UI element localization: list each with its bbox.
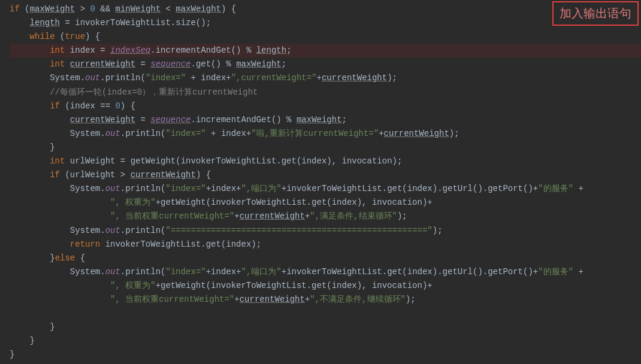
code-token: (index == (60, 101, 115, 111)
code-token: if (50, 101, 60, 111)
code-token: ); (433, 226, 443, 235)
code-line[interactable]: System.out.println("index=" + index+"啦,重… (10, 127, 641, 141)
code-token: out (105, 226, 120, 235)
code-token: ", 当前权重currentWeight=" (110, 295, 234, 304)
code-line[interactable]: int index = indexSeq.incrementAndGet() %… (10, 44, 641, 57)
code-token: && (95, 4, 116, 14)
code-token: +index+ (206, 267, 241, 277)
code-token: sequence (150, 59, 191, 69)
code-token: maxWeight (236, 59, 282, 69)
code-token: + (379, 129, 383, 138)
code-token: .println( (120, 129, 166, 138)
code-line[interactable]: } (10, 141, 641, 154)
code-token: .incrementAndGet() % (150, 46, 256, 55)
code-token: index = (65, 46, 110, 55)
annotation-label: 加入输出语句 (552, 1, 639, 26)
code-token: "的服务" (538, 184, 573, 193)
code-token: System. (70, 267, 105, 277)
code-token: currentWeight (240, 211, 305, 221)
code-token: int (50, 156, 65, 166)
code-token: } (10, 350, 14, 359)
code-editor[interactable]: if (maxWeight > 0 && minWeight < maxWeig… (0, 0, 641, 362)
code-line[interactable]: //每循环一轮(index=0），重新计算currentWeight (10, 86, 641, 99)
code-token: currentWeight (70, 115, 135, 125)
code-line[interactable]: if (maxWeight > 0 && minWeight < maxWeig… (10, 2, 641, 16)
code-line[interactable]: if (urlWeight > currentWeight) { (10, 168, 641, 182)
code-token: +invokerToWeightList.get(index).getUrl()… (282, 267, 538, 277)
code-token: ; (286, 46, 291, 55)
code-token: ) { (85, 32, 100, 41)
code-token: = (135, 115, 150, 125)
code-token: minWeight (115, 4, 161, 14)
code-token: "=======================================… (165, 226, 432, 235)
code-line[interactable]: length = invokerToWeightList.size(); (10, 16, 641, 30)
code-token: (urlWeight > (60, 170, 131, 180)
code-token: return (70, 239, 100, 249)
code-token: maxWeight (176, 4, 221, 14)
code-token: currentWeight (384, 129, 449, 138)
code-token: + (573, 267, 583, 277)
code-line[interactable]: System.out.println("index="+index+",端口为"… (10, 265, 641, 279)
code-token: int (50, 46, 65, 55)
code-line[interactable]: ", 权重为"+getWeight(invokerToWeightList.ge… (10, 196, 641, 210)
code-token: ",端口为" (241, 267, 282, 277)
code-token: } (30, 336, 35, 345)
code-token: ; (282, 59, 286, 69)
code-token: maxWeight (297, 115, 342, 125)
code-token: + (234, 211, 239, 221)
code-line[interactable]: int currentWeight = sequence.get() % max… (10, 57, 641, 71)
code-line[interactable]: } (10, 348, 641, 362)
code-token: "index=" (165, 267, 205, 277)
code-line[interactable]: ", 当前权重currentWeight="+currentWeight+",不… (10, 293, 641, 307)
code-token: currentWeight (70, 59, 135, 69)
code-token: while (30, 32, 55, 41)
code-token: } (50, 142, 55, 152)
code-token: sequence (150, 115, 191, 125)
code-line[interactable]: currentWeight = sequence.incrementAndGet… (10, 113, 641, 127)
code-line[interactable]: int urlWeight = getWeight(invokerToWeigh… (10, 154, 641, 168)
code-line[interactable] (10, 307, 641, 320)
code-token: true (65, 32, 85, 41)
code-line[interactable]: System.out.println("====================… (10, 224, 641, 238)
code-token: if (10, 4, 20, 14)
code-token: length (30, 18, 60, 28)
code-token: 0 (115, 101, 120, 111)
code-token: currentWeight (131, 170, 196, 180)
code-token: > (75, 4, 90, 14)
code-token: //每循环一轮(index=0），重新计算currentWeight (50, 87, 258, 97)
code-line[interactable]: } (10, 320, 641, 334)
code-token: .println( (120, 184, 166, 193)
code-token: .get() % (191, 59, 237, 69)
code-line[interactable]: System.out.println("index=" + index+",cu… (10, 71, 641, 85)
code-token: length (256, 46, 286, 55)
code-token: .println( (100, 73, 146, 83)
code-token: ",不满足条件,继续循环" (310, 295, 406, 304)
code-token: System. (70, 129, 105, 138)
code-token: } (50, 253, 55, 263)
code-token: ",满足条件,结束循环" (310, 211, 397, 221)
code-token: out (85, 73, 100, 83)
code-token: + (573, 184, 583, 193)
code-line[interactable]: }else { (10, 251, 641, 265)
code-line[interactable]: System.out.println("index="+index+",端口为"… (10, 182, 641, 196)
code-line[interactable]: while (true) { (10, 30, 641, 44)
code-line[interactable]: if (index == 0) { (10, 99, 641, 113)
code-token: currentWeight (240, 295, 305, 304)
code-line[interactable]: return invokerToWeightList.get(index); (10, 238, 641, 251)
code-token: + (234, 295, 239, 304)
code-token: ",端口为" (241, 184, 282, 193)
annotation-text: 加入输出语句 (560, 7, 631, 20)
code-token: ( (55, 32, 65, 41)
code-token: maxWeight (30, 4, 75, 14)
code-line[interactable]: ", 权重为"+getWeight(invokerToWeightList.ge… (10, 279, 641, 293)
code-token: System. (70, 226, 105, 235)
code-token: + index+ (186, 73, 231, 83)
code-token: } (50, 322, 55, 332)
code-token: ) { (221, 4, 236, 14)
code-token: "index=" (165, 129, 205, 138)
code-token: int (50, 59, 65, 69)
code-token: .println( (120, 267, 166, 277)
code-line[interactable]: } (10, 334, 641, 348)
code-token: + index+ (206, 129, 252, 138)
code-line[interactable]: ", 当前权重currentWeight="+currentWeight+",满… (10, 210, 641, 223)
